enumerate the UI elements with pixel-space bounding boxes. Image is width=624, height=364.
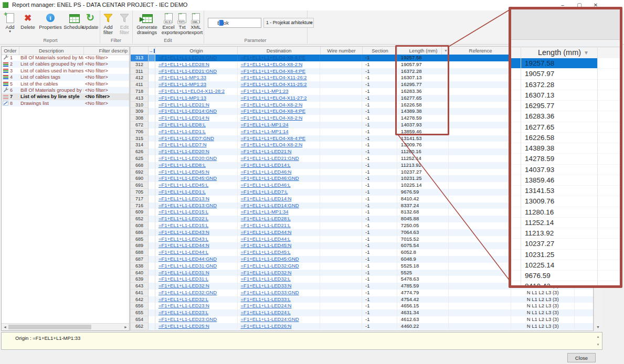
- table-row[interactable]: 655=F1+EL1+L1-LED23:L=F1+EL1+L1-LED24:L-…: [131, 309, 593, 316]
- origin-link[interactable]: =F1+EL1+L1-LED20:GND: [158, 155, 217, 161]
- origin-link[interactable]: =F1+EL1+L1-LED31:GND: [158, 263, 217, 269]
- row-number-cell[interactable]: 642: [131, 296, 149, 303]
- row-number-cell[interactable]: 640: [131, 270, 149, 276]
- report-list-item[interactable]: 8Drawings list<No filter>: [2, 100, 129, 106]
- report-list-horizontal-scrollbar[interactable]: ◄ ►: [2, 323, 129, 330]
- book-field[interactable]: Book: [208, 18, 261, 28]
- destination-link[interactable]: =F1+EL1+L1-LED24:L: [241, 309, 291, 315]
- destination-link[interactable]: =F1+EL1+L1-MP1:23: [241, 88, 289, 94]
- origin-link[interactable]: =F1+EL1+L1-LED23:GND: [158, 316, 217, 322]
- destination-link[interactable]: =F1+EL1+L1-LED44:L: [241, 236, 291, 242]
- origin-link[interactable]: =F1+EL1+L1-LED14:N: [158, 115, 209, 121]
- row-number-cell[interactable]: 412: [131, 74, 149, 81]
- destination-link[interactable]: =F1+EL1+L1-LED33:N: [241, 283, 292, 288]
- destination-link[interactable]: =F1+EL1+L1-MP1:34: [241, 209, 289, 215]
- report-list-item[interactable]: 4List of cables tags<No filter>: [2, 74, 129, 80]
- origin-link[interactable]: =F1+EL1+L1-LED1:L: [158, 129, 206, 134]
- destination-link[interactable]: =F1+EL1+L1+ELO4-X8-2:N: [241, 115, 303, 121]
- generate-drawings-button[interactable]: ▶ Generate drawings: [133, 12, 161, 38]
- report-list-item[interactable]: 7List of wires by line style<No filter>: [2, 93, 129, 100]
- close-button[interactable]: Close: [567, 353, 596, 362]
- row-number-cell[interactable]: 690: [131, 175, 149, 182]
- origin-link[interactable]: =F1+EL1+L1-LED15:L: [158, 222, 208, 228]
- destination-link[interactable]: =F1+EL1+L1-LED14:L: [241, 162, 291, 168]
- origin-link[interactable]: =F1+EL1+L1-MP1:23: [158, 81, 206, 87]
- destination-link[interactable]: =F1+EL1+L1+ELO4-X8-4:PE: [241, 55, 306, 60]
- properties-button[interactable]: i Properties: [38, 12, 63, 38]
- row-number-cell[interactable]: 608: [131, 222, 149, 229]
- destination-link[interactable]: =F1+EL1+L1-LED46:N: [241, 169, 292, 175]
- row-number-cell[interactable]: 652: [131, 216, 149, 222]
- scroll-left-icon[interactable]: ◄: [2, 324, 8, 330]
- row-number-cell[interactable]: 689: [131, 242, 149, 249]
- row-number-cell[interactable]: 309: [131, 108, 149, 115]
- destination-link[interactable]: =F1+EL1+L1-LED14:GND: [241, 202, 299, 208]
- origin-link[interactable]: =F1+EL1+L1-LED23:N: [158, 303, 209, 308]
- update-button[interactable]: ↻ Update: [81, 12, 100, 38]
- status-scroll-down-icon[interactable]: ▼: [595, 342, 601, 348]
- column-header-order[interactable]: Order: [2, 47, 19, 55]
- txt-export-button[interactable]: →TXT Txt export: [175, 12, 189, 38]
- row-number-cell[interactable]: 638: [131, 263, 149, 270]
- table-row[interactable]: 642=F1+EL1+L1-LED32:L=F1+EL1+L1-LED33:L-…: [131, 296, 593, 303]
- destination-link[interactable]: =F1+EL1+L1-LED14:N: [241, 196, 292, 201]
- row-number-cell[interactable]: 626: [131, 148, 149, 155]
- origin-link[interactable]: =F1+EL1+L1-LED13:N: [158, 196, 209, 201]
- destination-link[interactable]: =F1+EL1+L1-LED32:GND: [241, 263, 299, 269]
- origin-link[interactable]: =F1+EL1+L1-LED1:L: [158, 189, 206, 195]
- origin-link[interactable]: =F1+EL1+L1-MP1:33: [158, 74, 206, 80]
- row-number-cell[interactable]: 692: [131, 169, 149, 176]
- row-number-cell[interactable]: 609: [131, 209, 149, 216]
- add-filter-button[interactable]: Add filter: [100, 12, 117, 38]
- origin-link[interactable]: =F1+EL1+L1-LED8:L: [158, 122, 206, 127]
- origin-link[interactable]: =F1+EL1+L1-LED7:GND: [158, 135, 214, 141]
- origin-link[interactable]: =F1+EL1+L1-LED28:GND: [158, 55, 217, 60]
- destination-link[interactable]: =F1+EL1+L1+ELO4-X8-4:PE: [241, 108, 306, 114]
- book-select[interactable]: 1 - Projekat arhitekture ▾: [263, 18, 314, 28]
- origin-link[interactable]: =F1+EL1+L1-LED31:L: [158, 276, 208, 282]
- origin-link[interactable]: =F1+EL1+L1-LED15:L: [158, 209, 208, 215]
- row-number-cell[interactable]: 411: [131, 81, 149, 88]
- origin-link[interactable]: =F1+EL1+L1-LED21:N: [158, 102, 209, 108]
- row-number-cell[interactable]: 688: [131, 249, 149, 256]
- delete-button[interactable]: ✖ Delete: [19, 12, 37, 38]
- row-number-cell[interactable]: 718: [131, 88, 149, 95]
- row-number-cell[interactable]: 639: [131, 276, 149, 283]
- origin-link[interactable]: =F1+EL1+L1-LED23:L: [158, 309, 208, 315]
- origin-link[interactable]: =F1+EL1+L1-LED32:L: [158, 296, 208, 302]
- column-header-destination[interactable]: Destination: [238, 47, 321, 55]
- row-number-cell[interactable]: 310: [131, 102, 149, 109]
- report-list-item[interactable]: 2List of cables grouped by reference<No …: [2, 61, 129, 67]
- table-row[interactable]: 654=F1+EL1+L1-LED23:GND=F1+EL1+L1-LED24:…: [131, 316, 593, 323]
- row-number-cell[interactable]: 643: [131, 283, 149, 290]
- destination-link[interactable]: =F1+EL1+L1-LED45:GND: [241, 256, 299, 262]
- column-header-section[interactable]: Section: [363, 47, 398, 55]
- row-number-cell[interactable]: 315: [131, 135, 149, 142]
- row-number-cell[interactable]: 716: [131, 202, 149, 209]
- destination-link[interactable]: =F1+EL1+L1-LED33:GND: [241, 290, 299, 295]
- row-number-cell[interactable]: 625: [131, 155, 149, 162]
- destination-link[interactable]: =F1+EL1+L1-LED21:N: [241, 148, 292, 154]
- destination-link[interactable]: =F1+EL1+L1-LED45:N: [241, 242, 292, 248]
- destination-link[interactable]: =F1+EL1+L1+ELO4-X8-2:N: [241, 61, 303, 67]
- origin-link[interactable]: =F1+EL1+L1-LED44:L: [158, 249, 208, 255]
- destination-link[interactable]: =F1+EL1+L1+ELO4-X8-2:N: [241, 102, 303, 108]
- excel-export-button[interactable]: →XLS Excel export: [161, 12, 176, 38]
- report-list-item[interactable]: 3List of cables used in harness<No filte…: [2, 68, 129, 74]
- destination-link[interactable]: =F1+EL1+L1+ELO4-X8-4:PE: [241, 68, 306, 74]
- destination-link[interactable]: =F1+EL1+L1-LED24:GND: [241, 316, 299, 322]
- row-number-cell[interactable]: 413: [131, 95, 149, 102]
- destination-link[interactable]: =F1+EL1+L1+ELO4-X8-4:PE: [241, 135, 306, 141]
- destination-link[interactable]: =F1+EL1+L1-LED46:GND: [241, 175, 299, 181]
- destination-link[interactable]: =F1+EL1+L1-LED33:L: [241, 296, 291, 302]
- row-number-cell[interactable]: 668: [131, 162, 149, 169]
- destination-link[interactable]: =F1+EL1+L1-LED46:L: [241, 182, 291, 188]
- destination-link[interactable]: =F1+EL1+L1-LED21:GND: [241, 155, 299, 161]
- row-number-cell[interactable]: 312: [131, 61, 149, 68]
- row-number-cell[interactable]: 313: [131, 55, 149, 61]
- row-number-cell[interactable]: 705: [131, 189, 149, 196]
- table-row[interactable]: 656=F1+EL1+L1-LED23:N=F1+EL1+L1-LED24:N-…: [131, 303, 593, 309]
- xml-export-button[interactable]: →XML XML export: [188, 12, 204, 38]
- destination-link[interactable]: =F1+EL1+L1-LED28:L: [241, 216, 291, 221]
- destination-link[interactable]: =F1+EL1+L1+ELO4-X11-26:2: [241, 74, 307, 80]
